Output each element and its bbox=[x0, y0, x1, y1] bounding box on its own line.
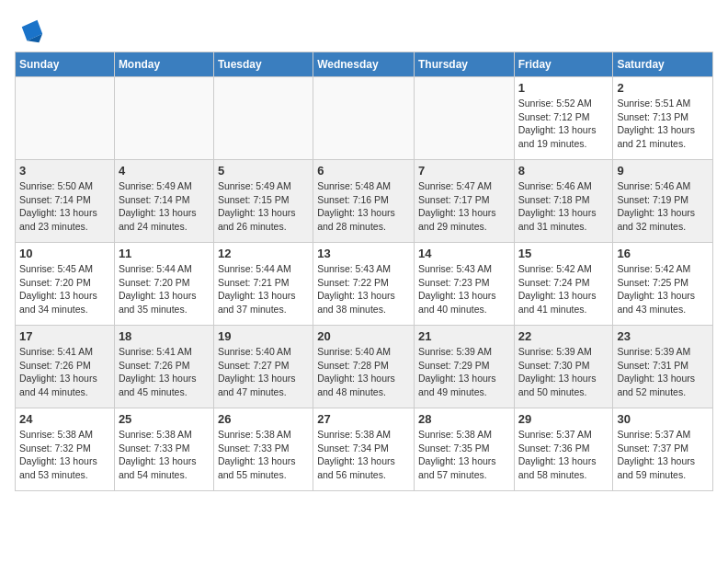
day-info: Sunrise: 5:37 AM Sunset: 7:37 PM Dayligh… bbox=[617, 428, 709, 482]
day-info: Sunrise: 5:40 AM Sunset: 7:28 PM Dayligh… bbox=[317, 345, 410, 399]
calendar-cell bbox=[114, 77, 213, 160]
day-info: Sunrise: 5:46 AM Sunset: 7:19 PM Dayligh… bbox=[617, 179, 709, 234]
day-number: 14 bbox=[418, 247, 510, 260]
day-info: Sunrise: 5:43 AM Sunset: 7:23 PM Dayligh… bbox=[418, 262, 510, 316]
day-number: 13 bbox=[317, 247, 410, 260]
day-number: 7 bbox=[418, 164, 510, 178]
day-number: 3 bbox=[19, 164, 110, 178]
calendar-cell: 1Sunrise: 5:52 AM Sunset: 7:12 PM Daylig… bbox=[514, 77, 613, 160]
logo-icon bbox=[18, 18, 44, 44]
day-info: Sunrise: 5:41 AM Sunset: 7:26 PM Dayligh… bbox=[119, 345, 210, 399]
calendar-week-row: 10Sunrise: 5:45 AM Sunset: 7:20 PM Dayli… bbox=[16, 243, 713, 326]
calendar-week-row: 24Sunrise: 5:38 AM Sunset: 7:32 PM Dayli… bbox=[16, 408, 713, 491]
calendar-cell: 4Sunrise: 5:49 AM Sunset: 7:14 PM Daylig… bbox=[114, 160, 213, 243]
day-info: Sunrise: 5:42 AM Sunset: 7:25 PM Dayligh… bbox=[617, 262, 709, 316]
calendar-cell: 6Sunrise: 5:48 AM Sunset: 7:16 PM Daylig… bbox=[313, 160, 415, 243]
day-number: 12 bbox=[218, 247, 309, 260]
day-number: 5 bbox=[218, 164, 309, 178]
day-number: 26 bbox=[218, 412, 309, 426]
day-number: 30 bbox=[617, 412, 709, 426]
day-info: Sunrise: 5:38 AM Sunset: 7:35 PM Dayligh… bbox=[418, 428, 510, 482]
day-info: Sunrise: 5:41 AM Sunset: 7:26 PM Dayligh… bbox=[19, 345, 110, 399]
calendar-cell bbox=[414, 77, 514, 160]
day-info: Sunrise: 5:46 AM Sunset: 7:18 PM Dayligh… bbox=[518, 179, 609, 234]
day-info: Sunrise: 5:52 AM Sunset: 7:12 PM Dayligh… bbox=[518, 97, 609, 151]
calendar-cell: 12Sunrise: 5:44 AM Sunset: 7:21 PM Dayli… bbox=[213, 243, 313, 326]
calendar-header-wednesday: Wednesday bbox=[313, 52, 415, 77]
day-info: Sunrise: 5:49 AM Sunset: 7:15 PM Dayligh… bbox=[218, 179, 309, 234]
day-number: 15 bbox=[518, 247, 609, 260]
calendar-cell: 18Sunrise: 5:41 AM Sunset: 7:26 PM Dayli… bbox=[114, 326, 213, 408]
calendar-cell: 17Sunrise: 5:41 AM Sunset: 7:26 PM Dayli… bbox=[16, 326, 115, 408]
day-info: Sunrise: 5:49 AM Sunset: 7:14 PM Dayligh… bbox=[119, 179, 210, 234]
day-info: Sunrise: 5:38 AM Sunset: 7:33 PM Dayligh… bbox=[218, 428, 309, 482]
calendar-cell: 13Sunrise: 5:43 AM Sunset: 7:22 PM Dayli… bbox=[313, 243, 415, 326]
day-info: Sunrise: 5:37 AM Sunset: 7:36 PM Dayligh… bbox=[518, 428, 609, 482]
day-info: Sunrise: 5:51 AM Sunset: 7:13 PM Dayligh… bbox=[617, 97, 709, 151]
calendar-cell: 9Sunrise: 5:46 AM Sunset: 7:19 PM Daylig… bbox=[613, 160, 713, 243]
day-number: 17 bbox=[19, 329, 110, 343]
day-info: Sunrise: 5:45 AM Sunset: 7:20 PM Dayligh… bbox=[19, 262, 110, 316]
logo bbox=[15, 18, 44, 44]
day-info: Sunrise: 5:39 AM Sunset: 7:29 PM Dayligh… bbox=[418, 345, 510, 399]
day-info: Sunrise: 5:42 AM Sunset: 7:24 PM Dayligh… bbox=[518, 262, 609, 316]
day-info: Sunrise: 5:38 AM Sunset: 7:34 PM Dayligh… bbox=[317, 428, 410, 482]
day-number: 19 bbox=[218, 329, 309, 343]
day-number: 9 bbox=[617, 164, 709, 178]
calendar-header-thursday: Thursday bbox=[414, 52, 514, 77]
day-number: 4 bbox=[119, 164, 210, 178]
day-info: Sunrise: 5:40 AM Sunset: 7:27 PM Dayligh… bbox=[218, 345, 309, 399]
calendar-cell: 20Sunrise: 5:40 AM Sunset: 7:28 PM Dayli… bbox=[313, 326, 415, 408]
day-number: 23 bbox=[617, 329, 709, 343]
calendar-header-row: SundayMondayTuesdayWednesdayThursdayFrid… bbox=[16, 52, 713, 77]
day-number: 18 bbox=[119, 329, 210, 343]
calendar-cell: 25Sunrise: 5:38 AM Sunset: 7:33 PM Dayli… bbox=[114, 408, 213, 491]
day-number: 6 bbox=[317, 164, 410, 178]
calendar-cell: 26Sunrise: 5:38 AM Sunset: 7:33 PM Dayli… bbox=[213, 408, 313, 491]
calendar-cell bbox=[313, 77, 415, 160]
calendar-week-row: 17Sunrise: 5:41 AM Sunset: 7:26 PM Dayli… bbox=[16, 326, 713, 408]
calendar-cell: 8Sunrise: 5:46 AM Sunset: 7:18 PM Daylig… bbox=[514, 160, 613, 243]
day-info: Sunrise: 5:38 AM Sunset: 7:33 PM Dayligh… bbox=[119, 428, 210, 482]
calendar-cell: 21Sunrise: 5:39 AM Sunset: 7:29 PM Dayli… bbox=[414, 326, 514, 408]
day-info: Sunrise: 5:48 AM Sunset: 7:16 PM Dayligh… bbox=[317, 179, 410, 234]
day-info: Sunrise: 5:38 AM Sunset: 7:32 PM Dayligh… bbox=[19, 428, 110, 482]
day-number: 28 bbox=[418, 412, 510, 426]
calendar-header-monday: Monday bbox=[114, 52, 213, 77]
day-info: Sunrise: 5:39 AM Sunset: 7:31 PM Dayligh… bbox=[617, 345, 709, 399]
calendar-cell: 24Sunrise: 5:38 AM Sunset: 7:32 PM Dayli… bbox=[16, 408, 115, 491]
calendar-cell: 10Sunrise: 5:45 AM Sunset: 7:20 PM Dayli… bbox=[16, 243, 115, 326]
calendar-header-sunday: Sunday bbox=[16, 52, 115, 77]
calendar-week-row: 1Sunrise: 5:52 AM Sunset: 7:12 PM Daylig… bbox=[16, 77, 713, 160]
day-number: 27 bbox=[317, 412, 410, 426]
calendar-cell bbox=[213, 77, 313, 160]
day-number: 21 bbox=[418, 329, 510, 343]
day-info: Sunrise: 5:44 AM Sunset: 7:21 PM Dayligh… bbox=[218, 262, 309, 316]
calendar-cell: 2Sunrise: 5:51 AM Sunset: 7:13 PM Daylig… bbox=[613, 77, 713, 160]
calendar-header-saturday: Saturday bbox=[613, 52, 713, 77]
calendar-cell bbox=[16, 77, 115, 160]
calendar-cell: 29Sunrise: 5:37 AM Sunset: 7:36 PM Dayli… bbox=[514, 408, 613, 491]
page-header bbox=[15, 15, 713, 44]
calendar-cell: 22Sunrise: 5:39 AM Sunset: 7:30 PM Dayli… bbox=[514, 326, 613, 408]
calendar-cell: 11Sunrise: 5:44 AM Sunset: 7:20 PM Dayli… bbox=[114, 243, 213, 326]
day-number: 29 bbox=[518, 412, 609, 426]
day-number: 10 bbox=[19, 247, 110, 260]
calendar-cell: 3Sunrise: 5:50 AM Sunset: 7:14 PM Daylig… bbox=[16, 160, 115, 243]
calendar-header-tuesday: Tuesday bbox=[213, 52, 313, 77]
day-number: 2 bbox=[617, 81, 709, 95]
day-info: Sunrise: 5:50 AM Sunset: 7:14 PM Dayligh… bbox=[19, 179, 110, 234]
day-info: Sunrise: 5:43 AM Sunset: 7:22 PM Dayligh… bbox=[317, 262, 410, 316]
day-info: Sunrise: 5:39 AM Sunset: 7:30 PM Dayligh… bbox=[518, 345, 609, 399]
calendar-table: SundayMondayTuesdayWednesdayThursdayFrid… bbox=[15, 52, 713, 491]
calendar-cell: 15Sunrise: 5:42 AM Sunset: 7:24 PM Dayli… bbox=[514, 243, 613, 326]
calendar-cell: 30Sunrise: 5:37 AM Sunset: 7:37 PM Dayli… bbox=[613, 408, 713, 491]
day-number: 1 bbox=[518, 81, 609, 95]
calendar-cell: 28Sunrise: 5:38 AM Sunset: 7:35 PM Dayli… bbox=[414, 408, 514, 491]
day-number: 20 bbox=[317, 329, 410, 343]
calendar-cell: 23Sunrise: 5:39 AM Sunset: 7:31 PM Dayli… bbox=[613, 326, 713, 408]
calendar-cell: 7Sunrise: 5:47 AM Sunset: 7:17 PM Daylig… bbox=[414, 160, 514, 243]
day-number: 16 bbox=[617, 247, 709, 260]
calendar-cell: 19Sunrise: 5:40 AM Sunset: 7:27 PM Dayli… bbox=[213, 326, 313, 408]
day-number: 11 bbox=[119, 247, 210, 260]
